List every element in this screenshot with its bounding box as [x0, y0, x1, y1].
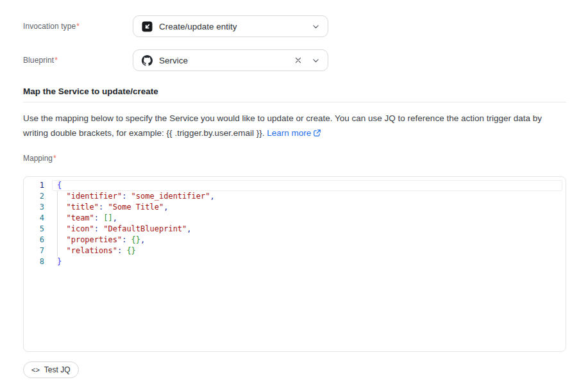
- code-icon: <>: [31, 366, 40, 374]
- line-number: 5: [24, 224, 44, 235]
- blueprint-select[interactable]: Service: [133, 49, 328, 71]
- indent-guide: [57, 191, 58, 256]
- line-number: 3: [24, 202, 44, 213]
- code-lines[interactable]: { "identifier": "some_identifier", "titl…: [44, 177, 566, 351]
- action-form-page: Invocation type* Create/update entity Bl…: [0, 0, 588, 382]
- blueprint-label-text: Blueprint: [23, 56, 54, 65]
- chevron-down-icon[interactable]: [312, 56, 320, 65]
- required-asterisk: *: [55, 56, 58, 65]
- mapping-editor[interactable]: 12345678 { "identifier": "some_identifie…: [23, 176, 566, 352]
- code-line[interactable]: "title": "Some Title",: [57, 202, 566, 213]
- blueprint-value: Service: [159, 56, 294, 65]
- required-asterisk: *: [76, 22, 80, 31]
- blueprint-label: Blueprint*: [23, 56, 133, 65]
- code-line[interactable]: "relations": {}: [57, 245, 566, 256]
- code-line[interactable]: "icon": "DefaultBlueprint",: [57, 224, 566, 235]
- code-line[interactable]: }: [57, 256, 566, 267]
- code-line[interactable]: "team": [],: [57, 213, 566, 224]
- invocation-type-select[interactable]: Create/update entity: [133, 15, 328, 37]
- create-update-entity-icon: [142, 21, 153, 32]
- blueprint-row: Blueprint* Service: [23, 49, 566, 71]
- invocation-type-value: Create/update entity: [159, 22, 312, 31]
- code-line[interactable]: {: [57, 180, 566, 191]
- invocation-type-label-text: Invocation type: [23, 22, 76, 31]
- divider: [23, 102, 566, 103]
- learn-more-link[interactable]: Learn more: [267, 128, 321, 138]
- required-asterisk: *: [53, 154, 56, 163]
- github-icon: [142, 55, 153, 66]
- mapping-label-text: Mapping: [23, 154, 53, 163]
- test-jq-label: Test JQ: [44, 365, 71, 374]
- clear-x-icon[interactable]: [294, 56, 303, 65]
- learn-more-text: Learn more: [267, 128, 311, 138]
- line-number: 7: [24, 245, 44, 256]
- external-link-icon: [313, 129, 321, 139]
- code-line[interactable]: "identifier": "some_identifier",: [57, 191, 566, 202]
- invocation-type-row: Invocation type* Create/update entity: [23, 15, 566, 37]
- invocation-type-label: Invocation type*: [23, 22, 133, 31]
- section-description: Use the mapping below to specify the Ser…: [23, 111, 566, 142]
- line-number: 1: [24, 180, 44, 191]
- line-number: 4: [24, 213, 44, 224]
- mapping-label: Mapping*: [23, 154, 566, 163]
- test-jq-button[interactable]: <> Test JQ: [23, 361, 79, 378]
- line-number: 6: [24, 235, 44, 245]
- code-line[interactable]: "properties": {},: [57, 235, 566, 245]
- line-number: 2: [24, 191, 44, 202]
- editor-line-numbers: 12345678: [24, 177, 44, 351]
- chevron-down-icon[interactable]: [312, 22, 320, 31]
- section-heading: Map the Service to update/create: [23, 87, 566, 96]
- line-number: 8: [24, 256, 44, 267]
